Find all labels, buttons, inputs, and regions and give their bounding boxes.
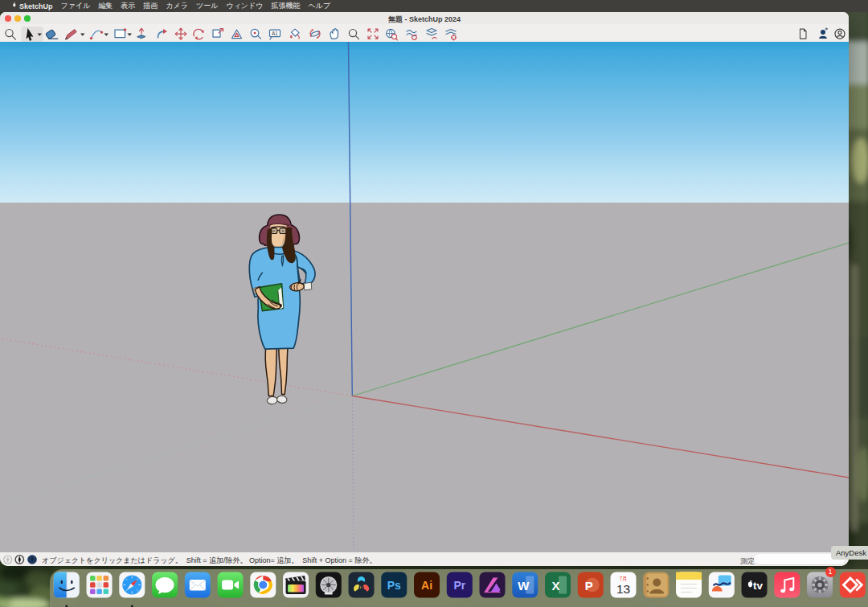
svg-text:13: 13 [616,581,630,595]
svg-text:tv: tv [753,580,763,592]
svg-text:Ai: Ai [421,579,432,592]
svg-text:7月: 7月 [619,575,627,581]
svg-text:P: P [585,578,593,592]
svg-text:A1: A1 [272,31,278,36]
svg-text:W: W [518,578,530,592]
svg-text:X: X [552,578,560,592]
svg-text:Ps: Ps [387,579,401,592]
svg-text:Pr: Pr [453,579,465,592]
